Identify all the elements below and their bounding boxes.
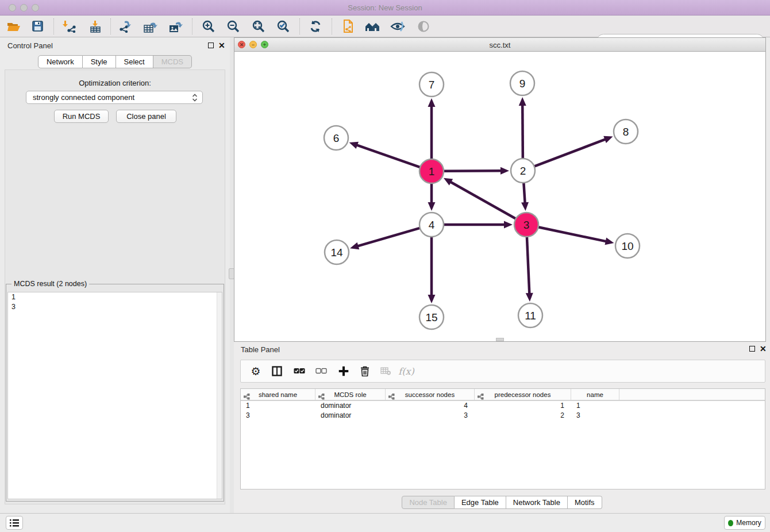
delete-column-icon[interactable] (360, 366, 369, 377)
node-14[interactable]: 14 (325, 240, 349, 264)
node-8[interactable]: 8 (614, 119, 638, 144)
edge-arrow-icon (603, 136, 613, 143)
edge-arrow-icon (504, 221, 513, 229)
close-table-panel-icon[interactable]: ✕ (760, 344, 767, 353)
select-value: strongly connected component (33, 93, 134, 102)
edge-3-10[interactable] (538, 227, 607, 241)
clone-network-icon[interactable] (339, 18, 357, 35)
zoom-out-icon[interactable] (224, 18, 242, 35)
hide-graphics-icon[interactable] (388, 18, 407, 35)
memory-status-icon (728, 520, 733, 526)
zoom-selected-icon[interactable] (274, 18, 292, 35)
export-table-icon[interactable] (141, 18, 160, 35)
add-column-icon[interactable] (339, 367, 349, 376)
table-cell: 3 (241, 411, 315, 421)
scrollbar[interactable] (217, 292, 222, 499)
column-header-shared-name[interactable]: shared name (241, 389, 315, 400)
zoom-fit-icon[interactable] (249, 18, 268, 35)
edge-4-14[interactable] (357, 228, 420, 246)
edge-arrow-icon (521, 202, 529, 211)
import-table-icon[interactable] (86, 18, 105, 35)
mcds-result-list[interactable]: 13 (7, 292, 222, 499)
node-9[interactable]: 9 (510, 71, 534, 95)
close-panel-icon[interactable]: ✕ (218, 41, 225, 50)
edge-arrow-icon (605, 238, 614, 245)
column-chooser-icon[interactable] (272, 366, 282, 376)
select-all-icon[interactable] (294, 368, 305, 375)
first-neighbors-icon[interactable] (364, 18, 382, 35)
window-title: Session: New Session (0, 3, 770, 12)
network-graph[interactable]: 7968124314101511 (234, 52, 765, 341)
export-network-icon[interactable] (117, 18, 135, 35)
close-panel-button[interactable]: Close panel (116, 110, 176, 123)
control-panel-tabs: NetworkStyleSelectMCDS (0, 55, 230, 68)
export-image-icon[interactable] (167, 18, 185, 35)
node-3[interactable]: 3 (514, 213, 538, 237)
column-header-name[interactable]: name (571, 389, 619, 400)
toolbar-separator (299, 18, 300, 34)
toolbar-separator (332, 18, 332, 34)
node-1[interactable]: 1 (419, 159, 444, 183)
toolbar-separator (110, 18, 111, 34)
edge-arrow-icon (428, 98, 436, 107)
task-history-button[interactable] (6, 516, 23, 530)
run-mcds-button[interactable]: Run MCDS (54, 110, 109, 123)
application-window: Session: New Session (0, 0, 770, 532)
tab-mcds[interactable]: MCDS (153, 55, 192, 68)
network-window-titlebar[interactable]: ✕ − + scc.txt (234, 38, 765, 52)
tab-motifs[interactable]: Motifs (568, 496, 602, 509)
edge-1-6[interactable] (356, 145, 420, 167)
table-row[interactable]: 1dominator411 (241, 401, 765, 411)
network-scrollbar-grip[interactable] (496, 338, 504, 341)
show-graphics-icon[interactable] (414, 18, 433, 35)
optimization-criterion-label: Optimization criterion: (0, 79, 230, 87)
float-panel-icon[interactable] (208, 42, 214, 50)
memory-button[interactable]: Memory (724, 516, 765, 530)
edge-arrow-icon (428, 295, 436, 303)
tab-select[interactable]: Select (116, 55, 153, 68)
edge-3-1[interactable] (450, 182, 515, 219)
svg-text:14: 14 (330, 246, 343, 259)
deselect-all-icon[interactable] (315, 368, 327, 375)
svg-text:6: 6 (333, 132, 340, 144)
table-cell: 1 (475, 401, 571, 411)
edge-3-11[interactable] (527, 237, 529, 294)
node-10[interactable]: 10 (615, 234, 640, 258)
edge-2-3[interactable] (523, 183, 525, 203)
tab-network-table[interactable]: Network Table (506, 496, 568, 509)
gear-icon[interactable]: ⚙ (251, 365, 260, 378)
tab-node-table[interactable]: Node Table (402, 496, 455, 509)
column-header-successor-nodes[interactable]: successor nodes (386, 389, 475, 400)
node-11[interactable]: 11 (518, 303, 542, 327)
tab-edge-table[interactable]: Edge Table (455, 496, 506, 509)
svg-text:2: 2 (520, 165, 526, 177)
edge-2-9[interactable] (522, 105, 523, 159)
node-7[interactable]: 7 (419, 72, 444, 97)
table-row[interactable]: 3dominator323 (241, 411, 765, 421)
tab-network[interactable]: Network (38, 55, 83, 68)
tab-style[interactable]: Style (83, 55, 116, 68)
svg-text:8: 8 (623, 126, 629, 138)
table-cell: dominator (315, 401, 386, 411)
node-15[interactable]: 15 (419, 305, 444, 329)
edge-arrow-icon (349, 142, 359, 149)
column-header-MCDS-role[interactable]: MCDS role (315, 389, 386, 400)
save-session-icon[interactable] (28, 18, 47, 35)
node-6[interactable]: 6 (324, 126, 348, 150)
zoom-in-icon[interactable] (199, 18, 218, 35)
table-cell: 1 (571, 401, 619, 411)
refresh-icon[interactable] (306, 18, 325, 35)
optimization-criterion-select[interactable]: strongly connected component (26, 91, 203, 104)
column-type-icon (388, 392, 395, 402)
open-session-icon[interactable] (5, 18, 23, 35)
memory-label: Memory (736, 519, 761, 527)
column-header-predecessor-nodes[interactable]: predecessor nodes (475, 389, 571, 400)
node-table[interactable]: shared nameMCDS rolesuccessor nodesprede… (240, 388, 765, 489)
node-2[interactable]: 2 (511, 159, 535, 183)
import-network-icon[interactable] (60, 18, 78, 35)
main-toolbar (0, 16, 770, 37)
edge-1-2[interactable] (444, 171, 502, 171)
node-4[interactable]: 4 (419, 213, 444, 237)
edge-2-8[interactable] (534, 139, 606, 166)
float-table-panel-icon[interactable] (749, 345, 755, 353)
